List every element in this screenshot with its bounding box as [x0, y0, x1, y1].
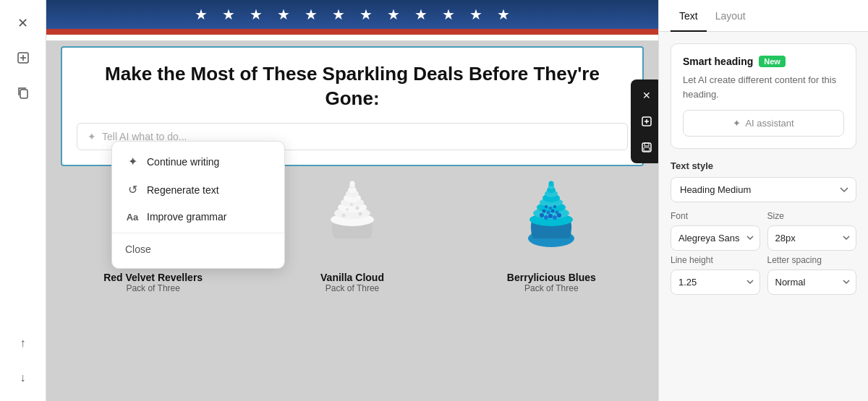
canvas-area: ★ ★ ★ ★ ★ ★ ★ ★ ★ ★ ★ ★ Make the Most of…: [46, 0, 658, 401]
new-badge: New: [759, 56, 786, 67]
font-select[interactable]: Alegreya Sans Arial Georgia: [671, 225, 760, 251]
ai-sparkle-icon: ✦: [733, 118, 741, 129]
improve-grammar-icon: Aa: [125, 212, 140, 223]
svg-point-45: [544, 215, 548, 220]
right-panel: Text Layout Smart heading New Let AI cre…: [658, 0, 868, 401]
improve-grammar-item[interactable]: Aa Improve grammar: [112, 204, 284, 230]
tab-text[interactable]: Text: [671, 0, 707, 32]
ai-assistant-button[interactable]: ✦ AI assistant: [683, 110, 844, 137]
line-height-select[interactable]: 1.25 1.0 1.5 2.0: [671, 270, 760, 295]
add-element-icon[interactable]: [9, 43, 38, 72]
float-add-button[interactable]: [635, 110, 658, 133]
context-menu-divider: [112, 233, 284, 233]
product-image-vanilla: [312, 172, 392, 266]
svg-rect-3: [20, 90, 27, 98]
move-up-button[interactable]: ↑: [9, 329, 38, 358]
panel-content: Smart heading New Let AI create differen…: [659, 32, 868, 311]
float-toolbar: ✕: [631, 79, 658, 163]
font-size-row: Font Alegreya Sans Arial Georgia Size 28…: [671, 211, 856, 251]
svg-point-44: [540, 213, 544, 217]
svg-point-47: [553, 215, 557, 220]
product-subtitle-red: Pack of Three: [54, 283, 252, 293]
context-menu: ✦ Continue writing ↺ Regenerate text Aa …: [111, 141, 285, 269]
regenerate-text-item[interactable]: ↺ Regenerate text: [112, 176, 284, 204]
product-image-berry: [511, 172, 591, 266]
svg-point-50: [547, 210, 550, 214]
svg-rect-61: [644, 147, 650, 151]
smart-heading-card: Smart heading New Let AI create differen…: [671, 43, 856, 149]
smart-heading-header: Smart heading New: [683, 56, 844, 67]
continue-writing-label: Continue writing: [147, 156, 219, 168]
close-menu-item[interactable]: Close: [112, 236, 284, 262]
tab-layout[interactable]: Layout: [707, 0, 754, 32]
text-style-select[interactable]: Heading Medium Heading Large Heading Sma…: [671, 177, 856, 202]
product-name-vanilla: Vanilla Cloud: [252, 272, 451, 283]
sparkle-icon: ✦: [88, 131, 96, 142]
text-style-label: Text style: [671, 160, 856, 171]
float-save-button[interactable]: [635, 136, 658, 159]
letter-spacing-label: Letter spacing: [767, 255, 857, 265]
svg-point-27: [349, 181, 354, 186]
regenerate-text-label: Regenerate text: [147, 184, 219, 196]
svg-point-54: [549, 207, 552, 210]
panel-tabs: Text Layout: [659, 0, 868, 32]
svg-point-30: [346, 208, 349, 211]
smart-heading-desc: Let AI create different content for this…: [683, 73, 844, 101]
letter-spacing-select[interactable]: Normal Tight Wide: [767, 270, 857, 295]
page-heading: Make the Most of These Sparkling Deals B…: [77, 62, 628, 111]
text-style-section: Text style Heading Medium Heading Large …: [671, 160, 856, 211]
svg-point-32: [350, 203, 353, 206]
size-label: Size: [767, 211, 857, 221]
improve-grammar-label: Improve grammar: [147, 211, 226, 223]
regenerate-icon: ↺: [125, 183, 140, 197]
stars-banner: ★ ★ ★ ★ ★ ★ ★ ★ ★ ★ ★ ★: [46, 0, 658, 29]
copy-icon[interactable]: [9, 78, 38, 107]
delete-icon[interactable]: ✕: [9, 9, 38, 38]
size-section: Size 28px 24px 32px 36px: [767, 211, 857, 251]
font-label: Font: [671, 211, 760, 221]
continue-writing-item[interactable]: ✦ Continue writing: [112, 147, 284, 176]
size-select[interactable]: 28px 24px 32px 36px: [767, 225, 857, 251]
line-height-letter-spacing-row: Line height 1.25 1.0 1.5 2.0 Letter spac…: [671, 255, 856, 295]
ai-assistant-label: AI assistant: [745, 118, 793, 129]
line-height-section: Line height 1.25 1.0 1.5 2.0: [671, 255, 760, 295]
svg-point-28: [341, 213, 345, 217]
product-subtitle-vanilla: Pack of Three: [252, 283, 451, 293]
svg-point-43: [549, 181, 554, 186]
svg-point-52: [556, 210, 559, 214]
left-toolbar: ✕ ↑ ↓: [0, 0, 46, 401]
continue-writing-icon: ✦: [125, 155, 140, 168]
svg-point-53: [545, 205, 548, 208]
svg-point-46: [548, 214, 553, 218]
banner-stripe-red: [46, 29, 658, 35]
svg-point-55: [553, 205, 556, 208]
banner-stripe-white: [46, 35, 658, 40]
move-down-button[interactable]: ↓: [9, 363, 38, 392]
font-section: Font Alegreya Sans Arial Georgia: [671, 211, 760, 251]
svg-point-49: [542, 209, 546, 212]
svg-point-29: [358, 212, 362, 215]
product-subtitle-berry: Pack of Three: [452, 283, 651, 293]
product-name-red: Red Velvet Revellers: [54, 272, 252, 283]
smart-heading-title: Smart heading: [683, 56, 753, 67]
product-berry: Berrylicious Blues Pack of Three: [452, 172, 651, 293]
letter-spacing-section: Letter spacing Normal Tight Wide: [767, 255, 857, 295]
svg-point-51: [551, 209, 555, 212]
svg-point-31: [355, 206, 359, 210]
float-close-button[interactable]: ✕: [635, 84, 658, 107]
product-name-berry: Berrylicious Blues: [452, 272, 651, 283]
line-height-label: Line height: [671, 255, 760, 265]
